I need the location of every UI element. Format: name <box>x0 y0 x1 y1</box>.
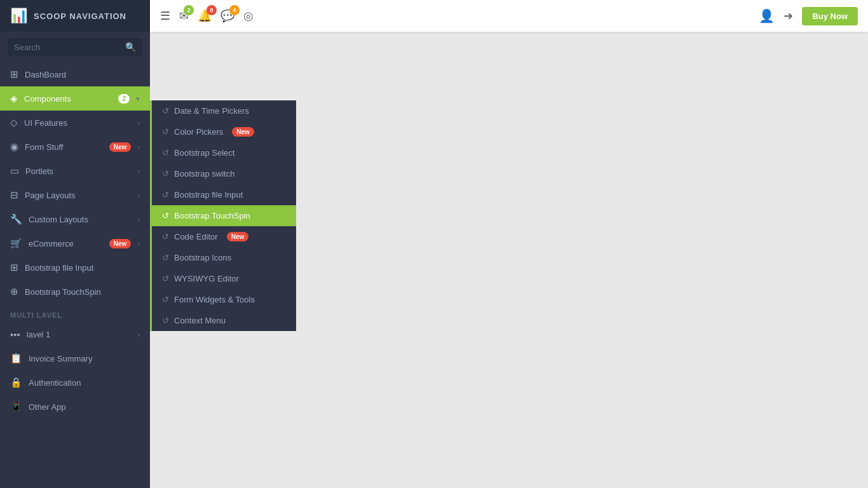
sidebar-item-invoice-summary[interactable]: 📋 Invoice Summary <box>0 346 150 370</box>
sidebar-item-page-layouts[interactable]: ⊟ Page Layouts › <box>0 183 150 207</box>
custom-layouts-arrow: › <box>137 215 140 223</box>
topbar-icons: ✉ 2 🔔 8 💬 4 ◎ <box>179 9 254 23</box>
components-badge: 2 <box>118 94 130 104</box>
portlets-icon: ▭ <box>10 165 19 177</box>
authentication-icon: 🔒 <box>10 377 22 388</box>
sidebar-item-ecommerce[interactable]: 🛒 eCommerce New › <box>0 231 150 255</box>
submenu-item-form-widgets-tools[interactable]: ↺ Form Widgets & Tools <box>152 289 296 310</box>
invoice-summary-icon: 📋 <box>10 353 22 364</box>
sub-icon-color: ↺ <box>162 127 169 137</box>
logo-icon: 📊 <box>10 8 27 24</box>
bell-badge: 8 <box>207 5 217 15</box>
ui-features-arrow: › <box>137 119 140 126</box>
sub-icon-touchspin: ↺ <box>162 211 169 220</box>
ecommerce-icon: 🛒 <box>10 238 22 249</box>
user-icon[interactable]: 👤 <box>759 8 775 24</box>
search-icon[interactable]: 🔍 <box>125 42 136 52</box>
bootstrap-file-input-icon: ⊞ <box>10 262 18 273</box>
form-stuff-arrow: › <box>137 143 140 151</box>
sub-icon-bootstrap-switch: ↺ <box>162 169 169 179</box>
topbar-right: 👤 ➜ Buy Now <box>759 7 858 25</box>
ecommerce-arrow: › <box>137 240 140 247</box>
submenu-item-bootstrap-icons[interactable]: ↺ Bootstrap Icons <box>152 247 296 268</box>
submenu-item-bootstrap-touchspin[interactable]: ↺ Bootstrap TouchSpin <box>152 205 296 226</box>
components-submenu: ↺ Date & Time Pickers ↺ Color Pickers Ne… <box>150 100 296 331</box>
section-label-multi-lavel: MULTI LAVEL <box>0 304 150 323</box>
hamburger-icon[interactable]: ☰ <box>160 9 170 23</box>
submenu-item-bootstrap-select[interactable]: ↺ Bootstrap Select <box>152 142 296 163</box>
ecommerce-badge-new: New <box>109 239 132 248</box>
mail-badge: 2 <box>184 5 194 15</box>
sub-icon-wysiwyg: ↺ <box>162 274 169 283</box>
bell-icon-wrap[interactable]: 🔔 8 <box>198 9 212 23</box>
sub-icon-bootstrap-file: ↺ <box>162 190 169 200</box>
sidebar-item-bootstrap-touchspin[interactable]: ⊕ Bootstrap TouchSpin <box>0 280 150 304</box>
lavel-1-icon: ••• <box>10 329 20 340</box>
bootstrap-touchspin-icon: ⊕ <box>10 286 18 297</box>
submenu-item-context-menu[interactable]: ↺ Context Menu <box>152 310 296 331</box>
search-input[interactable] <box>14 43 121 52</box>
logout-icon[interactable]: ➜ <box>783 9 793 23</box>
submenu-item-code-editor[interactable]: ↺ Code Editor New <box>152 226 296 247</box>
sub-icon-bootstrap-icons: ↺ <box>162 253 169 262</box>
code-editor-badge-new: New <box>227 232 249 241</box>
form-stuff-icon: ◉ <box>10 141 18 152</box>
lavel-1-arrow: › <box>137 331 140 339</box>
sidebar-item-bootstrap-file-input[interactable]: ⊞ Bootstrap file Input <box>0 255 150 280</box>
sidebar-item-custom-layouts[interactable]: 🔧 Custom Layouts › <box>0 207 150 231</box>
sub-icon-context-menu: ↺ <box>162 316 169 325</box>
topbar: ☰ ✉ 2 🔔 8 💬 4 ◎ 👤 ➜ Buy Now <box>150 0 868 32</box>
mail-icon-wrap[interactable]: ✉ 2 <box>179 9 189 23</box>
components-icon: ◈ <box>10 93 18 104</box>
sidebar-item-form-stuff[interactable]: ◉ Form Stuff New › <box>0 135 150 159</box>
sidebar: 📊 SCOOP NAVIGATION 🔍 ⊞ DashBoard ◈ Compo… <box>0 0 150 488</box>
sidebar-item-ui-features[interactable]: ◇ UI Features › <box>0 111 150 135</box>
sidebar-item-authentication[interactable]: 🔒 Authentication <box>0 370 150 395</box>
chat-badge: 4 <box>229 5 240 15</box>
form-stuff-badge-new: New <box>109 142 132 152</box>
chat-icon-wrap[interactable]: 💬 4 <box>220 9 234 23</box>
rss-icon-wrap[interactable]: ◎ <box>243 9 254 23</box>
sub-icon-code-editor: ↺ <box>162 232 169 241</box>
page-layouts-arrow: › <box>137 191 140 199</box>
submenu-item-color-pickers[interactable]: ↺ Color Pickers New <box>152 121 296 142</box>
sidebar-header: 📊 SCOOP NAVIGATION <box>0 0 150 32</box>
components-arrow: ▾ <box>136 95 140 103</box>
brand-name: SCOOP NAVIGATION <box>34 11 126 21</box>
sidebar-item-components[interactable]: ◈ Components 2 ▾ <box>0 86 150 111</box>
submenu-item-bootstrap-file-input[interactable]: ↺ Bootstrap file Input <box>152 184 296 205</box>
ui-features-icon: ◇ <box>10 117 18 128</box>
buy-now-button[interactable]: Buy Now <box>802 7 858 25</box>
other-app-icon: 📱 <box>10 401 22 412</box>
sub-icon-date-time: ↺ <box>162 106 169 116</box>
submenu-item-bootstrap-switch[interactable]: ↺ Bootstrap switch <box>152 163 296 184</box>
color-pickers-badge-new: New <box>232 127 254 137</box>
search-box[interactable]: 🔍 <box>8 38 142 56</box>
sidebar-item-other-app[interactable]: 📱 Other App <box>0 395 150 419</box>
dashboard-icon: ⊞ <box>10 69 18 80</box>
custom-layouts-icon: 🔧 <box>10 214 22 225</box>
page-layouts-icon: ⊟ <box>10 189 18 201</box>
portlets-arrow: › <box>137 167 140 175</box>
submenu-item-wysiwyg-editor[interactable]: ↺ WYSIWYG Editor <box>152 268 296 289</box>
sidebar-item-portlets[interactable]: ▭ Portlets › <box>0 159 150 183</box>
sidebar-item-dashboard[interactable]: ⊞ DashBoard <box>0 62 150 86</box>
submenu-item-date-time-pickers[interactable]: ↺ Date & Time Pickers <box>152 100 296 121</box>
sub-icon-bootstrap-select: ↺ <box>162 148 169 158</box>
sidebar-item-lavel-1[interactable]: ••• lavel 1 › <box>0 323 150 346</box>
sub-icon-form-widgets: ↺ <box>162 295 169 304</box>
rss-icon: ◎ <box>243 10 254 22</box>
